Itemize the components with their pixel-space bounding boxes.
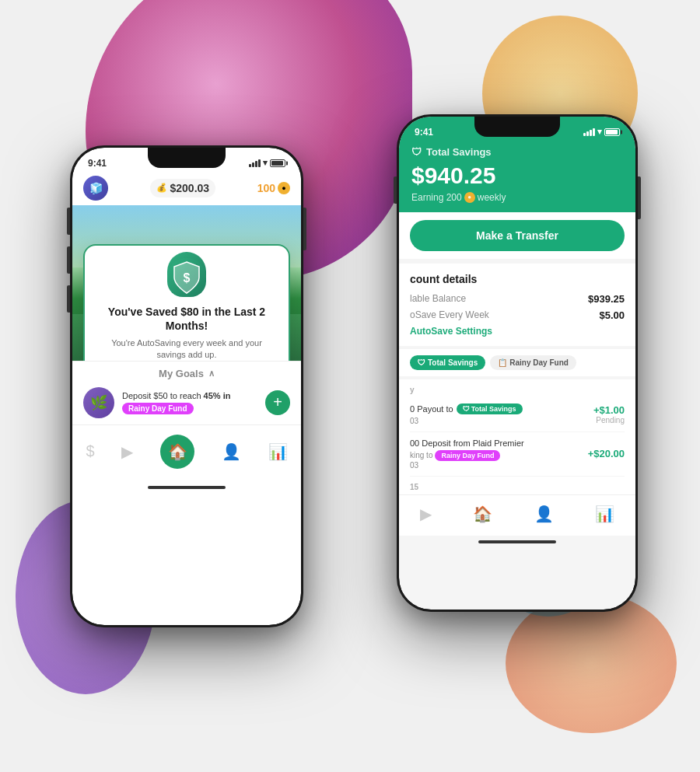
transaction-date-1: y bbox=[410, 379, 625, 397]
transaction-prefix-2: 00 Deposit from Plaid Premier bbox=[410, 438, 524, 448]
available-balance-row: lable Balance $939.25 bbox=[410, 293, 625, 305]
goal-text: Deposit $50 to reach 45% in Rainy Day Fu… bbox=[122, 391, 257, 414]
transaction-amount-col-1: +$1.00 Pending bbox=[593, 404, 625, 424]
right-play-icon: ▶ bbox=[420, 505, 432, 523]
nav-item-dollar[interactable]: $ bbox=[79, 439, 100, 463]
left-home-indicator bbox=[148, 486, 226, 489]
profile-icon: 👤 bbox=[222, 442, 241, 461]
right-phone: 9:41 ▾ bbox=[397, 114, 638, 612]
rainy-day-tab-label: Rainy Day Fund bbox=[509, 358, 569, 367]
dollar-icon: $ bbox=[86, 442, 94, 460]
transaction-info-2: 00 Deposit from Plaid Premier king to Ra… bbox=[410, 438, 588, 470]
transaction-amount-col-2: +$20.00 bbox=[588, 448, 625, 459]
balance-icon: 💰 bbox=[156, 183, 167, 193]
right-phone-screen: 9:41 ▾ bbox=[399, 117, 635, 610]
tag-rainy-day: Rainy Day Fund bbox=[435, 450, 500, 461]
transfer-button[interactable]: Make a Transfer bbox=[410, 220, 625, 251]
nav-item-activity[interactable]: 📊 bbox=[262, 439, 294, 464]
nav-item-play[interactable]: ▶ bbox=[115, 439, 139, 464]
right-bottom-nav: ▶ 🏠 👤 📊 bbox=[399, 494, 635, 536]
left-time: 9:41 bbox=[88, 158, 107, 169]
right-notch bbox=[474, 117, 560, 137]
left-phone-inner: 9:41 ▾ bbox=[72, 148, 301, 625]
right-wifi-icon: ▾ bbox=[597, 127, 602, 137]
coin-icon: ● bbox=[278, 182, 290, 194]
savings-title: You've Saved $80 in the Last 2 Months! bbox=[96, 305, 278, 333]
filter-tab-total-savings[interactable]: 🛡 Total Savings bbox=[410, 355, 485, 370]
account-title: count details bbox=[410, 273, 625, 285]
transaction-item-2: 00 Deposit from Plaid Premier king to Ra… bbox=[410, 432, 625, 477]
chevron-up-icon: ∧ bbox=[208, 369, 215, 379]
total-savings-label: 🛡 Total Savings bbox=[411, 146, 623, 158]
transaction-desc-1: 0 Payout to 🛡 Total Savings bbox=[410, 403, 593, 414]
right-button bbox=[303, 208, 306, 250]
shield-icon-large: $ bbox=[167, 258, 206, 297]
transaction-date-2: 15 bbox=[410, 477, 625, 494]
goal-item: 🌿 Deposit $50 to reach 45% in Rainy Day … bbox=[83, 387, 290, 418]
autosave-settings-link[interactable]: AutoSave Settings bbox=[410, 326, 625, 337]
wifi-icon: ▾ bbox=[263, 158, 268, 168]
savings-popup: $ You've Saved $80 in the Last 2 Months!… bbox=[83, 244, 290, 361]
right-phone-right-button bbox=[638, 176, 641, 219]
shield-label-icon: 🛡 bbox=[411, 146, 422, 158]
calendar-tab-icon: 📋 bbox=[498, 358, 507, 367]
total-savings-tab-label: Total Savings bbox=[428, 358, 478, 367]
balance-container: 💰 $200.03 bbox=[150, 179, 216, 197]
nav-item-home[interactable]: 🏠 bbox=[154, 431, 201, 472]
total-savings-text: Total Savings bbox=[426, 146, 492, 158]
goal-badge: Rainy Day Fund bbox=[122, 400, 257, 414]
account-details-section: count details lable Balance $939.25 oSav… bbox=[399, 264, 635, 346]
left-bottom-nav: $ ▶ 🏠 👤 📊 bbox=[72, 424, 301, 481]
activity-icon: 📊 bbox=[268, 442, 288, 461]
savings-desc: You're AutoSaving every week and your sa… bbox=[96, 337, 278, 361]
autosave-label: oSave Every Week bbox=[410, 309, 489, 320]
right-profile-icon: 👤 bbox=[534, 505, 554, 523]
right-nav-profile[interactable]: 👤 bbox=[528, 501, 560, 526]
vol-up-button bbox=[67, 246, 70, 274]
right-nav-play[interactable]: ▶ bbox=[414, 501, 438, 526]
right-home-indicator bbox=[478, 540, 556, 543]
tag-total-savings: 🛡 Total Savings bbox=[457, 403, 523, 414]
battery-icon bbox=[270, 159, 285, 167]
transaction-list: y 0 Payout to 🛡 Total Savings bbox=[399, 379, 635, 494]
add-goal-button[interactable]: + bbox=[265, 390, 290, 415]
nav-item-profile[interactable]: 👤 bbox=[215, 439, 247, 464]
left-phone-screen: 9:41 ▾ bbox=[72, 148, 301, 625]
right-nav-home[interactable]: 🏠 bbox=[467, 501, 499, 526]
total-amount: $940.25 bbox=[411, 162, 623, 189]
goals-title: My Goals bbox=[159, 368, 204, 379]
transaction-status-1: Pending bbox=[593, 416, 625, 424]
filter-tabs: 🛡 Total Savings 📋 Rainy Day Fund bbox=[399, 349, 635, 376]
tag-shield-icon: 🛡 bbox=[463, 405, 470, 413]
vol-down-button bbox=[67, 285, 70, 313]
transaction-desc-2: 00 Deposit from Plaid Premier bbox=[410, 438, 588, 448]
avatar[interactable]: 🧊 bbox=[83, 176, 108, 201]
transfer-section: Make a Transfer bbox=[399, 212, 635, 259]
home-icon-active: 🏠 bbox=[160, 435, 194, 469]
goal-desc: Deposit $50 to reach 45% in bbox=[122, 391, 230, 400]
transaction-info-1: 0 Payout to 🛡 Total Savings 03 bbox=[410, 403, 593, 425]
transaction-item-1: 0 Payout to 🛡 Total Savings 03 bbox=[410, 397, 625, 432]
shield-svg: $ bbox=[171, 260, 202, 295]
filter-tab-rainy-day[interactable]: 📋 Rainy Day Fund bbox=[490, 355, 576, 370]
coins-amount: 100 bbox=[257, 182, 275, 194]
svg-text:$: $ bbox=[184, 271, 191, 285]
balance-amount: $200.03 bbox=[170, 182, 210, 194]
coins-container: 100 ● bbox=[257, 182, 290, 194]
right-signal-icon bbox=[583, 128, 595, 136]
available-balance-value: $939.25 bbox=[588, 293, 625, 305]
right-battery-icon bbox=[604, 128, 620, 136]
right-home-icon: 🏠 bbox=[473, 505, 492, 523]
transaction-to-2: king to Rainy Day Fund bbox=[410, 450, 588, 461]
earning-info: Earning 200 ● weekly bbox=[411, 192, 623, 203]
my-goals-section: My Goals ∧ 🌿 Deposit $50 to reach 45% in… bbox=[72, 361, 301, 424]
transaction-date-sub-1: 03 bbox=[410, 417, 418, 425]
right-app-header: 🛡 Total Savings $940.25 Earning 200 ● we… bbox=[399, 141, 635, 212]
right-status-icons: ▾ bbox=[583, 127, 620, 137]
transaction-to-1: 03 bbox=[410, 417, 593, 425]
transaction-amount-2: +$20.00 bbox=[588, 448, 625, 459]
right-nav-activity[interactable]: 📊 bbox=[589, 501, 621, 526]
signal-icon bbox=[249, 159, 261, 167]
play-icon: ▶ bbox=[121, 442, 133, 461]
transaction-date-sub-2: 03 bbox=[410, 461, 588, 470]
